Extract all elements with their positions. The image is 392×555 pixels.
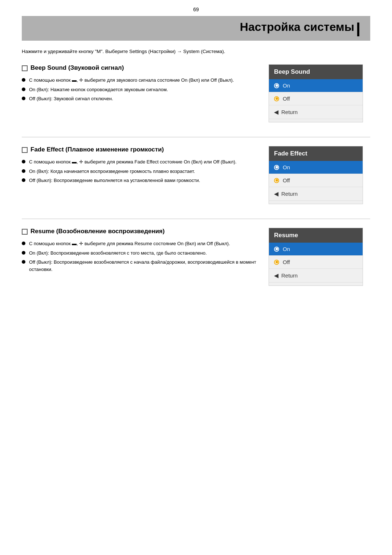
section-heading-text-beep-sound: Beep Sound (Звуковой сигнал): [30, 64, 124, 72]
page-number: 69: [0, 0, 392, 16]
menu-spacer: [269, 119, 363, 122]
menu-item-beep-sound-return[interactable]: ◀Return: [269, 105, 363, 119]
menu-item-resume-return[interactable]: ◀Return: [269, 269, 363, 283]
section-heading-text-resume: Resume (Возобновление воспроизведения): [30, 228, 165, 235]
list-item: On (Вкл): Воспроизведение возобновляется…: [22, 250, 258, 257]
bullet-text: С помощью кнопок ▬, ✛ выберите для режим…: [29, 240, 230, 247]
menu-panel-resume: ResumeOnOff◀Return: [269, 228, 363, 286]
radio-circle-icon: [274, 165, 279, 170]
menu-spacer: [269, 201, 363, 204]
menu-item-label: Off: [283, 259, 290, 265]
title-accent: [357, 23, 359, 36]
bullet-text: Off (Выкл): Звуковой сигнал отключен.: [29, 95, 113, 102]
bullet-dot: [22, 251, 25, 255]
bullet-text: Off (Выкл): Воспроизведение возобновляет…: [29, 259, 258, 273]
bullet-dot: [22, 97, 25, 100]
menu-item-label: On: [283, 246, 290, 252]
menu-item-label: Off: [283, 96, 290, 102]
menu-item-beep-sound-on[interactable]: On: [269, 79, 363, 92]
menu-item-fade-effect-return[interactable]: ◀Return: [269, 187, 363, 201]
list-item: Off (Выкл): Воспроизведение выполняется …: [22, 177, 258, 184]
radio-circle-icon: [274, 178, 279, 183]
radio-circle-icon: [274, 83, 279, 88]
bullet-text: On (Вкл): Нажатие кнопок сопровождается …: [29, 86, 168, 93]
menu-spacer: [269, 283, 363, 285]
menu-item-beep-sound-off[interactable]: Off: [269, 92, 363, 105]
return-arrow-icon: ◀: [274, 272, 278, 279]
menu-item-label: Return: [281, 109, 298, 115]
section-beep-sound: Beep Sound (Звуковой сигнал)С помощью кн…: [22, 64, 370, 122]
section-separator: [22, 219, 370, 219]
bullet-dot: [22, 169, 25, 173]
section-heading-icon-beep-sound: [22, 65, 28, 71]
bullet-dot: [22, 78, 25, 82]
bullet-text: Off (Выкл): Воспроизведение выполняется …: [29, 177, 200, 184]
menu-item-label: Return: [281, 272, 298, 279]
section-left-beep-sound: Beep Sound (Звуковой сигнал)С помощью кн…: [22, 64, 269, 105]
page-title: Настройка системы: [240, 20, 354, 33]
radio-circle-icon: [274, 247, 279, 252]
menu-item-fade-effect-off[interactable]: Off: [269, 174, 363, 187]
menu-item-resume-off[interactable]: Off: [269, 256, 363, 269]
section-heading-resume: Resume (Возобновление воспроизведения): [22, 228, 258, 235]
menu-item-label: Return: [281, 191, 298, 197]
menu-item-label: On: [283, 164, 290, 170]
bullet-dot: [22, 260, 25, 264]
section-heading-fade-effect: Fade Effect (Плавное изменение громкости…: [22, 146, 258, 153]
menu-panel-title-resume: Resume: [269, 228, 363, 243]
radio-circle-icon: [274, 260, 279, 265]
list-item: С помощью кнопок ▬, ✛ выберите для звуко…: [22, 77, 258, 84]
intro-text: Нажмите и удерживайте кнопку "M". Выбери…: [22, 49, 370, 54]
section-right-beep-sound: Beep SoundOnOff◀Return: [269, 64, 370, 122]
return-arrow-icon: ◀: [274, 190, 278, 197]
menu-panel-beep-sound: Beep SoundOnOff◀Return: [269, 64, 363, 122]
section-heading-text-fade-effect: Fade Effect (Плавное изменение громкости…: [30, 146, 164, 153]
list-item: С помощью кнопок ▬, ✛ выберите для режим…: [22, 158, 258, 166]
bullet-dot: [22, 88, 25, 91]
bullet-dot: [22, 242, 25, 245]
menu-item-resume-on[interactable]: On: [269, 243, 363, 256]
menu-item-label: Off: [283, 177, 290, 183]
section-fade-effect: Fade Effect (Плавное изменение громкости…: [22, 146, 370, 204]
bullet-text: On (Вкл): Когда начинается воспроизведен…: [29, 168, 195, 175]
bullet-text: С помощью кнопок ▬, ✛ выберите для звуко…: [29, 77, 234, 84]
bullet-list-resume: С помощью кнопок ▬, ✛ выберите для режим…: [22, 240, 258, 273]
menu-panel-title-beep-sound: Beep Sound: [269, 65, 363, 79]
section-right-resume: ResumeOnOff◀Return: [269, 228, 370, 286]
menu-item-label: On: [283, 82, 290, 89]
section-right-fade-effect: Fade EffectOnOff◀Return: [269, 146, 370, 204]
section-separator: [22, 137, 370, 137]
return-arrow-icon: ◀: [274, 109, 278, 116]
menu-panel-title-fade-effect: Fade Effect: [269, 146, 363, 161]
bullet-list-beep-sound: С помощью кнопок ▬, ✛ выберите для звуко…: [22, 77, 258, 102]
bullet-dot: [22, 178, 25, 182]
bullet-dot: [22, 160, 25, 163]
section-left-fade-effect: Fade Effect (Плавное изменение громкости…: [22, 146, 269, 186]
list-item: On (Вкл): Нажатие кнопок сопровождается …: [22, 86, 258, 93]
list-item: С помощью кнопок ▬, ✛ выберите для режим…: [22, 240, 258, 247]
radio-circle-icon: [274, 96, 279, 101]
section-resume: Resume (Возобновление воспроизведения)С …: [22, 228, 370, 286]
bullet-text: On (Вкл): Воспроизведение возобновляется…: [29, 250, 207, 257]
bullet-list-fade-effect: С помощью кнопок ▬, ✛ выберите для режим…: [22, 158, 258, 184]
list-item: On (Вкл): Когда начинается воспроизведен…: [22, 168, 258, 175]
bullet-text: С помощью кнопок ▬, ✛ выберите для режим…: [29, 158, 237, 166]
section-heading-icon-resume: [22, 229, 28, 235]
section-heading-icon-fade-effect: [22, 147, 28, 153]
menu-panel-fade-effect: Fade EffectOnOff◀Return: [269, 146, 363, 204]
title-bar: Настройка системы: [22, 16, 370, 41]
list-item: Off (Выкл): Звуковой сигнал отключен.: [22, 95, 258, 102]
menu-item-fade-effect-on[interactable]: On: [269, 161, 363, 174]
section-heading-beep-sound: Beep Sound (Звуковой сигнал): [22, 64, 258, 72]
list-item: Off (Выкл): Воспроизведение возобновляет…: [22, 259, 258, 273]
section-left-resume: Resume (Возобновление воспроизведения)С …: [22, 228, 269, 275]
